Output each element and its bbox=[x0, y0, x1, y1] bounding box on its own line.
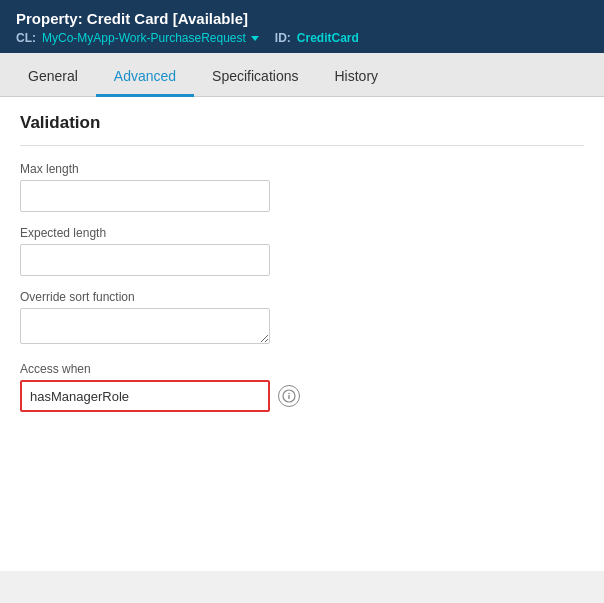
field-access-when: Access when bbox=[20, 362, 584, 412]
header-subtitle: CL: MyCo-MyApp-Work-PurchaseRequest ID: … bbox=[16, 31, 588, 45]
tab-advanced[interactable]: Advanced bbox=[96, 58, 194, 97]
field-expected-length: Expected length bbox=[20, 226, 584, 276]
access-when-input[interactable] bbox=[20, 380, 270, 412]
section-title: Validation bbox=[20, 113, 584, 133]
validation-section: Validation Max length Expected length Ov… bbox=[0, 97, 604, 442]
id-label: ID: bbox=[275, 31, 291, 45]
access-when-info-icon[interactable] bbox=[278, 385, 300, 407]
field-expected-length-label: Expected length bbox=[20, 226, 584, 240]
page-title: Property: Credit Card [Available] bbox=[16, 10, 588, 27]
svg-rect-2 bbox=[288, 395, 289, 399]
tabs-bar: General Advanced Specifications History bbox=[0, 53, 604, 97]
svg-point-1 bbox=[288, 393, 290, 395]
section-divider bbox=[20, 145, 584, 146]
field-access-when-label: Access when bbox=[20, 362, 584, 376]
cl-dropdown-icon[interactable] bbox=[251, 36, 259, 41]
content-area: Validation Max length Expected length Ov… bbox=[0, 97, 604, 571]
field-override-sort: Override sort function bbox=[20, 290, 584, 348]
cl-value-link[interactable]: MyCo-MyApp-Work-PurchaseRequest bbox=[42, 31, 259, 45]
app-header: Property: Credit Card [Available] CL: My… bbox=[0, 0, 604, 53]
tab-general[interactable]: General bbox=[10, 58, 96, 97]
max-length-input[interactable] bbox=[20, 180, 270, 212]
field-max-length-label: Max length bbox=[20, 162, 584, 176]
cl-label: CL: bbox=[16, 31, 36, 45]
field-access-when-row bbox=[20, 380, 584, 412]
field-max-length: Max length bbox=[20, 162, 584, 212]
expected-length-input[interactable] bbox=[20, 244, 270, 276]
field-override-sort-label: Override sort function bbox=[20, 290, 584, 304]
tab-history[interactable]: History bbox=[316, 58, 396, 97]
id-value: CreditCard bbox=[297, 31, 359, 45]
tab-specifications[interactable]: Specifications bbox=[194, 58, 316, 97]
override-sort-input[interactable] bbox=[20, 308, 270, 344]
